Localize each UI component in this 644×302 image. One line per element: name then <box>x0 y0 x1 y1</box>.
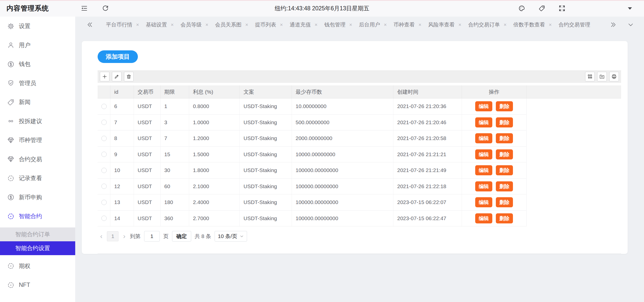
add-row-button[interactable] <box>100 72 109 81</box>
delete-button[interactable]: 删除 <box>496 213 513 223</box>
sidebar-item[interactable]: 新闻 <box>0 93 75 112</box>
tab[interactable]: 币种查看× <box>394 21 422 28</box>
compass-icon <box>7 262 15 270</box>
tab-close-icon[interactable]: × <box>349 22 352 27</box>
current-page-badge[interactable]: 1 <box>107 231 118 241</box>
menu-fold-icon[interactable] <box>81 5 88 12</box>
sidebar-item-label: 智能合约 <box>19 212 42 220</box>
double-chevron-left-icon[interactable] <box>87 21 93 28</box>
refresh-icon[interactable] <box>102 5 109 12</box>
row-radio[interactable] <box>101 152 107 157</box>
tab[interactable]: 平台币行情× <box>106 21 139 28</box>
tab[interactable]: 风险率查看× <box>428 21 461 28</box>
tab-close-icon[interactable]: × <box>458 22 461 27</box>
table-cell: 2021-07-26 21:20:36 <box>393 98 462 114</box>
sidebar-item[interactable]: 合约交易 <box>0 150 75 169</box>
sidebar-item[interactable]: 管理员 <box>0 74 75 93</box>
delete-row-button[interactable] <box>124 72 134 81</box>
tab[interactable]: 后台用户× <box>359 21 387 28</box>
chevron-down-icon[interactable] <box>627 21 634 28</box>
edit-button[interactable]: 编辑 <box>475 197 492 207</box>
tab-close-icon[interactable]: × <box>314 22 317 27</box>
header-cell: 文案 <box>239 85 292 98</box>
double-chevron-right-icon[interactable] <box>610 21 616 28</box>
export-button[interactable] <box>597 72 607 81</box>
table-cell: 10 <box>110 162 134 178</box>
pagination-bar: ‹ 1 › 到第 页 确定 共 8 条 10 条/页 <box>99 230 621 243</box>
delete-button[interactable]: 删除 <box>496 149 513 159</box>
fullscreen-icon[interactable] <box>558 5 566 12</box>
delete-button[interactable]: 删除 <box>496 117 513 127</box>
table-cell: 2021-07-26 21:21:49 <box>393 162 462 178</box>
sidebar-item[interactable]: NFT <box>0 276 75 295</box>
table-cell: USDT <box>134 115 160 130</box>
edit-button[interactable]: 编辑 <box>475 165 492 175</box>
tab[interactable]: 钱包管理× <box>324 21 352 28</box>
add-project-button[interactable]: 添加项目 <box>98 50 138 63</box>
sidebar-item[interactable]: 智能合约 <box>0 207 75 226</box>
edit-button[interactable]: 编辑 <box>475 133 492 143</box>
tab[interactable]: 会员等级× <box>180 21 208 28</box>
row-radio[interactable] <box>101 120 107 125</box>
tab-close-icon[interactable]: × <box>419 22 422 27</box>
table-cell: 3 <box>160 115 189 130</box>
tab-close-icon[interactable]: × <box>136 22 139 27</box>
tab[interactable]: 会员关系图× <box>215 21 248 28</box>
row-radio[interactable] <box>101 184 107 189</box>
tab[interactable]: 合约交易订单× <box>468 21 507 28</box>
row-radio[interactable] <box>101 104 107 109</box>
sidebar-subitem[interactable]: 智能合约设置 <box>0 241 75 255</box>
goto-page-input[interactable] <box>144 231 160 242</box>
tab-close-icon[interactable]: × <box>280 22 283 27</box>
sidebar-item[interactable]: 钱包 <box>0 55 75 74</box>
tab[interactable]: 基础设置× <box>146 21 174 28</box>
tab-close-icon[interactable]: × <box>549 22 552 27</box>
edit-row-button[interactable] <box>112 72 122 81</box>
goto-confirm-button[interactable]: 确定 <box>172 231 191 242</box>
row-radio[interactable] <box>101 136 107 141</box>
sidebar-item[interactable]: 币种管理 <box>0 131 75 150</box>
sidebar-item[interactable]: 期权 <box>0 257 75 276</box>
tab-close-icon[interactable]: × <box>245 22 248 27</box>
edit-button[interactable]: 编辑 <box>475 181 492 191</box>
sidebar-item-label: 管理员 <box>19 79 36 87</box>
tag-icon[interactable] <box>538 5 545 12</box>
palette-icon[interactable] <box>518 5 525 12</box>
columns-button[interactable] <box>585 72 595 81</box>
edit-button[interactable]: 编辑 <box>475 101 492 111</box>
tab-close-icon[interactable]: × <box>171 22 174 27</box>
sidebar-item[interactable]: 新币申购 <box>0 188 75 207</box>
delete-button[interactable]: 删除 <box>496 181 513 191</box>
delete-button[interactable]: 删除 <box>496 197 513 207</box>
row-radio[interactable] <box>101 216 107 221</box>
edit-button[interactable]: 编辑 <box>475 117 492 127</box>
edit-button[interactable]: 编辑 <box>475 149 492 159</box>
sidebar-item[interactable]: 设置 <box>0 17 75 36</box>
tab[interactable]: 倍数手数查看× <box>513 21 552 28</box>
tab-close-icon[interactable]: × <box>504 22 507 27</box>
sidebar-subitem[interactable]: 智能合约订单 <box>0 227 75 241</box>
goto-page-suffix: 页 <box>163 233 169 240</box>
tab[interactable]: 合约交易管理 <box>558 21 590 28</box>
caret-down-icon[interactable] <box>626 5 633 12</box>
tab-close-icon[interactable]: × <box>384 22 387 27</box>
prev-page-button[interactable]: ‹ <box>99 233 103 240</box>
sidebar-item[interactable]: 投拆建议 <box>0 112 75 131</box>
delete-button[interactable]: 删除 <box>496 133 513 143</box>
print-button[interactable] <box>609 72 619 81</box>
tab[interactable]: 提币列表× <box>255 21 283 28</box>
row-radio[interactable] <box>101 200 107 205</box>
toolbar-right-group <box>585 72 619 81</box>
app-window: 内容管理系统 纽约:14:43:48 2025年6月13日星期五 设置用户钱包管… <box>0 0 644 302</box>
page-size-select[interactable]: 10 条/页 <box>215 231 247 242</box>
delete-button[interactable]: 删除 <box>496 101 513 111</box>
sidebar-item[interactable]: 用户 <box>0 36 75 55</box>
next-page-button[interactable]: › <box>122 233 126 240</box>
table-cell: USDT <box>134 130 160 146</box>
tab[interactable]: 通道充值× <box>290 21 317 28</box>
row-radio[interactable] <box>101 168 107 173</box>
edit-button[interactable]: 编辑 <box>475 213 492 223</box>
sidebar-item[interactable]: 记录查看 <box>0 169 75 188</box>
delete-button[interactable]: 删除 <box>496 165 513 175</box>
tab-close-icon[interactable]: × <box>205 22 208 27</box>
